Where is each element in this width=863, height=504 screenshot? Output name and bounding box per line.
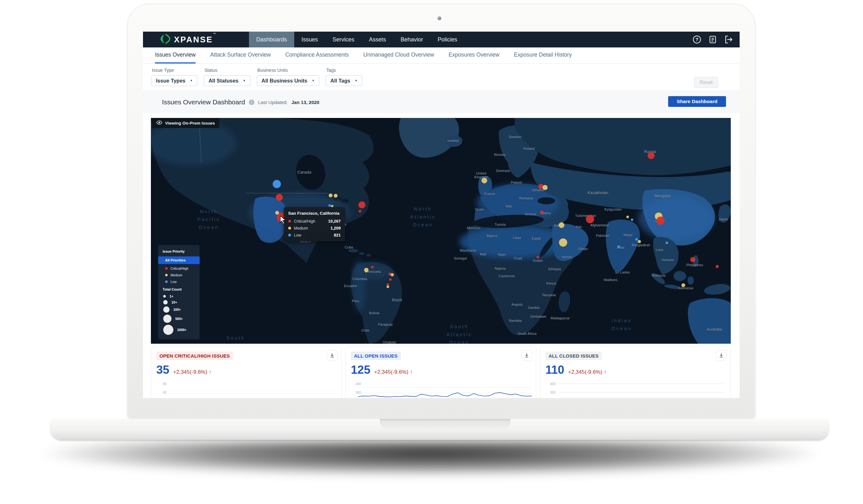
- issue-marker-blue[interactable]: [635, 238, 638, 241]
- card-change: +2,345(-9.6%) ↑: [173, 369, 211, 375]
- issue-marker-red[interactable]: [716, 265, 719, 268]
- issue-marker-red[interactable]: [389, 278, 392, 281]
- issue-marker-red[interactable]: [586, 215, 594, 223]
- issue-marker-yellow[interactable]: [542, 185, 548, 190]
- issue-marker-yellow[interactable]: [329, 193, 333, 197]
- legend-priority-row[interactable]: Low: [165, 280, 196, 284]
- filter-label: Status: [204, 68, 250, 73]
- metric-card-2: ALL CLOSED ISSUES110+2,345(-9.6%) ↑40030…: [540, 346, 731, 398]
- priority-dot-icon: [165, 267, 168, 270]
- legend-size-row: 500+: [163, 315, 196, 323]
- issue-marker-blue[interactable]: [666, 242, 668, 244]
- issue-marker-yellow[interactable]: [638, 240, 641, 243]
- issue-marker-red[interactable]: [648, 152, 654, 159]
- map-view-badge-label: Viewing On-Prem Issues: [165, 121, 215, 126]
- issue-marker-red[interactable]: [690, 257, 695, 262]
- issue-marker-red[interactable]: [359, 201, 365, 209]
- nav-item-services[interactable]: Services: [325, 32, 362, 48]
- brand-tm: ™: [213, 32, 217, 36]
- nav-item-dashboards[interactable]: Dashboards: [249, 32, 294, 48]
- filter-group: Business UnitsAll Business Units▼: [257, 68, 320, 86]
- tab-issues-overview[interactable]: Issues Overview: [155, 48, 196, 64]
- card-title-chip: ALL CLOSED ISSUES: [546, 352, 602, 360]
- tooltip-dot-icon: [288, 227, 291, 229]
- download-icon[interactable]: [521, 350, 532, 361]
- tooltip-dot-icon: [288, 220, 291, 223]
- issue-marker-yellow[interactable]: [364, 268, 368, 272]
- issue-marker-blue[interactable]: [273, 180, 281, 188]
- filter-group: Issue TypeIssue Types▼: [151, 68, 197, 86]
- filter-dropdown-status[interactable]: All Statuses▼: [204, 75, 250, 86]
- card-value-row: 35+2,345(-9.6%) ↑: [156, 363, 341, 377]
- tooltip-value: 10,267: [328, 219, 341, 224]
- world-map[interactable]: North Pacific OceanNorth Atlantic OceanS…: [151, 118, 731, 344]
- legend-size-row: 100+: [163, 306, 196, 313]
- chevron-down-icon: ▼: [243, 79, 246, 82]
- map-view-badge: Viewing On-Prem Issues: [152, 118, 219, 128]
- issue-marker-yellow[interactable]: [481, 178, 487, 184]
- legend-priority-row[interactable]: Critical/High: [165, 266, 196, 270]
- tab-exposure-detail-history[interactable]: Exposure Detail History: [514, 48, 572, 64]
- reset-button[interactable]: Reset: [694, 77, 718, 88]
- last-updated-value: Jan 13, 2020: [291, 100, 319, 105]
- tooltip-row: Critical/High10,267: [288, 219, 341, 224]
- issue-marker-red[interactable]: [276, 194, 283, 201]
- issue-marker-yellow[interactable]: [681, 283, 685, 287]
- nav-item-issues[interactable]: Issues: [294, 32, 325, 48]
- size-circle-icon: [163, 325, 173, 335]
- card-change: +2,345(-9.6%) ↑: [374, 369, 413, 375]
- issue-marker-red[interactable]: [359, 210, 361, 213]
- logout-icon[interactable]: [724, 35, 733, 44]
- card-sparkline: [151, 381, 341, 398]
- tooltip-label: Medium: [294, 226, 327, 230]
- issue-marker-yellow[interactable]: [334, 194, 338, 198]
- eye-icon: [156, 121, 162, 126]
- filter-dropdown-business-units[interactable]: All Business Units▼: [257, 75, 320, 86]
- legend-priority-title: Issue Priority: [163, 250, 196, 253]
- share-dashboard-button[interactable]: Share Dashboard: [668, 96, 726, 107]
- map-tooltip: San Francisco, California Critical/High1…: [284, 207, 345, 241]
- help-icon[interactable]: ?: [692, 35, 702, 44]
- issue-marker-yellow[interactable]: [559, 238, 567, 247]
- chevron-down-icon: ▼: [312, 79, 314, 82]
- chevron-down-icon: ▼: [190, 79, 193, 82]
- tab-compliance-assessments[interactable]: Compliance Assessments: [285, 48, 349, 64]
- brand: XPANSE™: [160, 32, 217, 48]
- issue-marker-yellow[interactable]: [626, 216, 629, 218]
- issue-marker-blue[interactable]: [328, 204, 331, 207]
- issue-marker-red[interactable]: [537, 256, 539, 258]
- metric-card-0: OPEN CRITICAL/HIGH ISSUES35+2,345(-9.6%)…: [151, 346, 342, 398]
- issue-marker-blue[interactable]: [631, 218, 633, 221]
- legend-size-row: 1000+: [163, 325, 196, 335]
- size-circle-icon: [163, 300, 168, 304]
- issue-marker-yellow[interactable]: [387, 286, 389, 288]
- card-value-row: 110+2,345(-9.6%) ↑: [546, 363, 730, 377]
- priority-label: Low: [171, 280, 176, 284]
- download-icon[interactable]: [327, 350, 338, 361]
- tab-attack-surface-overview[interactable]: Attack Surface Overview: [210, 48, 271, 64]
- filter-value: All Tags: [330, 78, 350, 84]
- nav-item-assets[interactable]: Assets: [362, 32, 393, 48]
- issue-marker-yellow[interactable]: [559, 222, 564, 228]
- issue-marker-blue[interactable]: [617, 245, 620, 248]
- filter-dropdown-tags[interactable]: All Tags▼: [326, 75, 362, 86]
- xpanse-logo-icon: [160, 34, 170, 45]
- release-notes-icon[interactable]: [708, 35, 717, 44]
- issue-marker-red[interactable]: [656, 217, 665, 225]
- tab-unmanaged-cloud-overview[interactable]: Unmanaged Cloud Overview: [363, 48, 434, 64]
- tab-exposures-overview[interactable]: Exposures Overview: [449, 48, 499, 64]
- filter-value: All Business Units: [262, 78, 308, 84]
- filter-group: TagsAll Tags▼: [326, 68, 362, 86]
- nav-item-behavior[interactable]: Behavior: [393, 32, 430, 48]
- info-icon[interactable]: i: [249, 100, 254, 105]
- issue-marker-yellow[interactable]: [391, 273, 394, 276]
- issue-marker-red[interactable]: [540, 211, 544, 214]
- legend-all-priorities[interactable]: All Priorities: [158, 256, 200, 264]
- issue-marker-red[interactable]: [371, 266, 374, 268]
- legend-size-row: 1+: [163, 294, 196, 298]
- filter-dropdown-issue-type[interactable]: Issue Types▼: [151, 75, 197, 86]
- legend-priority-row[interactable]: Medium: [165, 273, 196, 277]
- download-icon[interactable]: [716, 350, 727, 361]
- laptop-base-notch: [380, 419, 510, 429]
- nav-item-policies[interactable]: Policies: [430, 32, 464, 48]
